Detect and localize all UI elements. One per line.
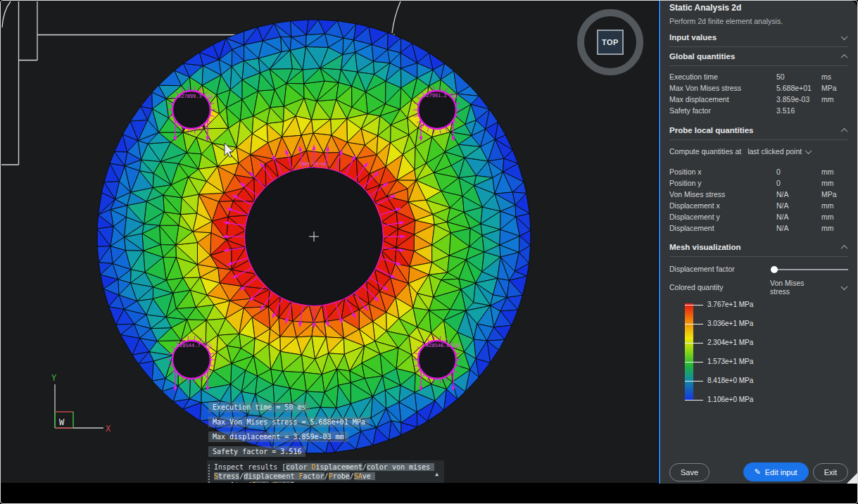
probe-quantities-table: Position x0mm Position y0mm Von Mises st… [669,166,848,234]
command-drag-handle[interactable] [208,465,210,483]
ucs-x-label: X [106,424,111,434]
hole-load-label-tl: ⌀27099.3 (N) [178,94,214,99]
chevron-down-icon [841,283,848,290]
compute-at-value: last clicked point [747,147,802,156]
resize-grip[interactable] [847,473,857,484]
colored-quantity-row: Colored quantity Von Mises stress [669,279,848,296]
table-row: Von Mises stressN/AMPa [669,189,848,200]
section-probe-local[interactable]: Probe local quantities [669,126,848,140]
section-global-quantities[interactable]: Global quantities [669,52,848,66]
view-cube-top-face[interactable]: TOP [597,30,624,55]
colored-quantity-dropdown[interactable]: Von Mises stress [770,279,848,296]
table-row: Execution time50ms [669,71,848,82]
app-window: 1000 (N/mm) ⌀27099.3 (N) ⌀27991.2 (N) ⌀2… [0,0,858,504]
ucs-y-label: Y [51,373,57,383]
chevron-down-icon [805,147,812,154]
table-row: DisplacementN/Amm [669,222,848,234]
table-row: Position x0mm [669,166,848,177]
panel-title: Static Analysis 2d [669,3,848,13]
slider-thumb[interactable] [771,266,778,273]
view-orientation-ring[interactable]: TOP [577,9,643,75]
chevron-up-icon[interactable] [841,244,848,251]
section-mesh-visualization[interactable]: Mesh visualization [669,243,848,257]
compute-at-row: Compute quantities at last clicked point [669,147,848,156]
command-expand-icon[interactable]: ▲ [435,470,439,479]
save-button[interactable]: Save [669,463,709,481]
hole-load-label-bl: ⌀28544.7 (N) [177,343,213,348]
global-quantities-table: Execution time50ms Max Von Mises stress5… [669,71,848,116]
section-input-values-label: Input values [669,33,717,42]
edit-input-button[interactable]: ✎Edit input [743,462,809,481]
overlay-safety-factor: Safety factor = 3.516 [208,446,305,457]
chevron-up-icon[interactable] [841,127,848,134]
table-row: Max displacement3.859e-03mm [669,94,848,105]
command-prompt-line2: Stress/displacement Factor/Probe/SAve [214,472,441,481]
analysis-side-panel: Static Analysis 2d Perform 2d finite ele… [659,1,857,484]
ucs-axis-indicator: Y X W [51,373,111,434]
compute-at-dropdown[interactable]: last clicked point [747,147,812,156]
overlay-execution-time: Execution time = 50 ms [208,402,310,412]
displacement-factor-slider[interactable] [773,269,848,270]
colored-quantity-label: Colored quantity [669,283,770,291]
bore-load-label: 1000 (N/mm) [298,161,329,167]
colored-quantity-value: Von Mises stress [770,279,822,296]
table-row: Max Von Mises stress5.688e+01MPa [669,82,848,94]
command-prompt-line1: Inspect results [color Displacement/colo… [214,462,441,472]
chevron-up-icon[interactable] [841,53,848,61]
hole-load-label-br: ⌀28546.6 (N) [426,343,462,348]
section-global-label: Global quantities [669,52,735,61]
table-row: Position y0mm [669,177,848,189]
command-line[interactable]: Inspect results [color Displacement/colo… [207,460,444,483]
exit-button[interactable]: Exit [813,463,848,481]
chevron-down-icon[interactable] [841,33,848,40]
stress-color-legend: 3.767e+1 MPa 3.036e+1 MPa 2.304e+1 MPa 1… [669,302,848,409]
panel-subtitle: Perform 2d finite element analysis. [669,17,848,25]
displacement-factor-label: Displacement factor [669,265,773,273]
overlay-max-displacement: Max displacement = 3.859e-03 mm [208,431,348,442]
panel-button-bar: Save ✎Edit input Exit [669,462,848,481]
results-overlay: Execution time = 50 ms Max Von Mises str… [208,402,370,461]
table-row: Safety factor3.516 [669,105,848,116]
displacement-factor-row: Displacement factor [669,265,848,273]
pencil-icon: ✎ [755,467,761,477]
hole-load-label-tr: ⌀27991.2 (N) [423,93,459,99]
table-row: Displacement xN/Amm [669,200,848,211]
section-probe-label: Probe local quantities [669,126,754,134]
command-prompt-line3-clipped: results [Redo/Quit] [214,481,441,483]
section-input-values[interactable]: Input values [669,33,848,47]
table-row: Displacement yN/Amm [669,211,848,222]
legend-colorbar [685,303,693,401]
compute-at-label: Compute quantities at [669,147,741,156]
section-mesh-viz-label: Mesh visualization [669,243,741,251]
ucs-w-label: W [59,417,65,427]
cad-viewport[interactable]: 1000 (N/mm) ⌀27099.3 (N) ⌀27991.2 (N) ⌀2… [1,1,658,483]
overlay-max-von-mises: Max Von Mises stress = 5.688e+01 MPa [208,417,370,427]
